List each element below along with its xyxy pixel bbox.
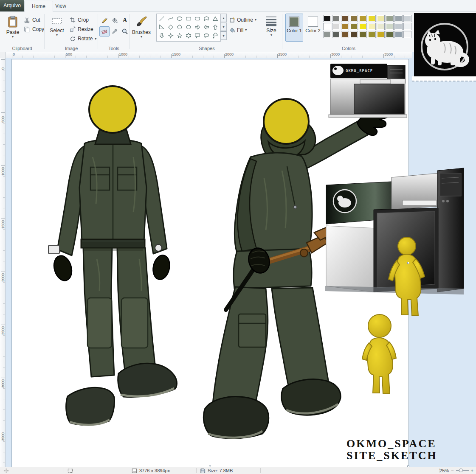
shape-pentagon-icon[interactable] xyxy=(175,23,184,31)
pencil-icon xyxy=(101,17,108,24)
fill-tool-button[interactable] xyxy=(110,15,120,25)
pencil-tool-button[interactable] xyxy=(99,15,110,25)
zoom-controls: 25% − + xyxy=(439,468,476,473)
shapes-gallery-scroll: ▴ ▾ ▾ xyxy=(220,14,227,41)
shape-diamond-icon[interactable] xyxy=(166,23,175,31)
paste-button[interactable]: Paste ▾ xyxy=(3,13,23,46)
palette-color-10[interactable] xyxy=(323,23,331,30)
dropdown-caret: ▾ xyxy=(270,34,272,36)
palette-color-0[interactable] xyxy=(323,15,331,22)
outline-dropdown[interactable]: Outline ▾ xyxy=(229,15,262,24)
shape-rounded-rectangle-icon[interactable] xyxy=(193,14,202,23)
shape-curve-icon[interactable] xyxy=(166,14,175,23)
shape-right-triangle-icon[interactable] xyxy=(157,23,166,31)
palette-color-6[interactable] xyxy=(377,15,385,22)
brush-icon xyxy=(135,15,148,28)
rotate-label: Rotate xyxy=(78,36,93,42)
paste-label: Paste xyxy=(6,29,20,35)
zoom-slider-thumb[interactable] xyxy=(459,468,463,472)
tab-view[interactable]: View xyxy=(48,1,73,11)
shape-oval-icon[interactable] xyxy=(175,14,184,23)
resize-label: Resize xyxy=(78,26,93,32)
palette-color-1[interactable] xyxy=(332,15,340,22)
palette-color-16[interactable] xyxy=(377,23,385,30)
shape-line-icon[interactable] xyxy=(157,14,166,23)
v-ruler-number: 1000 xyxy=(1,167,5,176)
palette-color-26[interactable] xyxy=(377,31,385,38)
rotate-button[interactable]: Rotate ▾ xyxy=(70,34,96,43)
shape-star-five-icon[interactable] xyxy=(175,31,184,40)
brushes-button[interactable]: Brushes ▾ xyxy=(131,13,152,46)
shape-callout-oval-icon[interactable] xyxy=(202,31,211,40)
dropdown-caret: ▾ xyxy=(12,35,14,38)
palette-color-20[interactable] xyxy=(323,31,331,38)
palette-color-18[interactable] xyxy=(394,23,403,30)
zoom-out-button[interactable]: − xyxy=(451,468,453,473)
shape-triangle-icon[interactable] xyxy=(211,14,220,23)
file-menu-button[interactable]: Arquivo xyxy=(0,0,24,11)
palette-color-23[interactable] xyxy=(350,31,358,38)
canvas-size-icon xyxy=(132,468,137,474)
palette-color-12[interactable] xyxy=(341,23,349,30)
shapes-scroll-up-button[interactable]: ▴ xyxy=(220,14,227,22)
palette-color-22[interactable] xyxy=(341,31,349,38)
palette-color-4[interactable] xyxy=(359,15,367,22)
shape-arrow-down-icon[interactable] xyxy=(157,31,166,40)
palette-color-9[interactable] xyxy=(403,15,411,22)
color2-button[interactable]: Color 2 xyxy=(304,14,322,42)
palette-color-17[interactable] xyxy=(386,23,394,30)
canvas-resize-handle-right[interactable] xyxy=(407,262,409,264)
shape-star-four-icon[interactable] xyxy=(166,31,175,40)
shape-arrow-right-icon[interactable] xyxy=(193,23,202,31)
palette-color-2[interactable] xyxy=(341,15,349,22)
eraser-tool-button[interactable] xyxy=(99,26,110,36)
cut-button[interactable]: Cut xyxy=(24,16,40,24)
palette-color-14[interactable] xyxy=(359,23,367,30)
shapes-more-button[interactable]: ▾ xyxy=(220,31,227,40)
shapes-scroll-down-button[interactable]: ▾ xyxy=(220,22,227,31)
text-tool-button[interactable]: A xyxy=(120,15,130,25)
h-ruler-number: 2500 xyxy=(278,52,287,56)
palette-color-5[interactable] xyxy=(368,15,376,22)
palette-color-27[interactable] xyxy=(386,31,394,38)
palette-color-28[interactable] xyxy=(394,31,403,38)
palette-color-11[interactable] xyxy=(332,23,340,30)
palette-color-25[interactable] xyxy=(368,31,376,38)
copy-button[interactable]: Copy xyxy=(24,25,44,34)
file-size-indicator: Size: 7.8MB xyxy=(197,468,260,474)
shape-callout-cloud-icon[interactable] xyxy=(211,31,220,40)
palette-color-15[interactable] xyxy=(368,23,376,30)
color-picker-tool-button[interactable] xyxy=(110,26,120,36)
palette-color-29[interactable] xyxy=(403,31,411,38)
zoom-in-button[interactable]: + xyxy=(471,468,473,473)
palette-color-7[interactable] xyxy=(386,15,394,22)
workspace: 0500100015002000250030003500 05001000150… xyxy=(0,52,476,467)
drawing-canvas[interactable] xyxy=(12,59,408,467)
crop-button[interactable]: Crop xyxy=(70,16,89,24)
shape-hexagon-icon[interactable] xyxy=(184,23,193,31)
shape-polygon-icon[interactable] xyxy=(202,14,211,23)
select-button[interactable]: Select ▾ xyxy=(47,13,67,46)
magnifier-tool-button[interactable] xyxy=(120,26,130,36)
palette-color-19[interactable] xyxy=(403,23,411,30)
palette-color-24[interactable] xyxy=(359,31,367,38)
shape-callout-rectangle-icon[interactable] xyxy=(193,31,202,40)
zoom-slider[interactable] xyxy=(456,470,469,471)
color1-button[interactable]: Color 1 xyxy=(285,14,303,42)
fill-dropdown[interactable]: Fill ▾ xyxy=(229,25,262,34)
palette-color-13[interactable] xyxy=(350,23,358,30)
shape-rectangle-icon[interactable] xyxy=(184,14,193,23)
palette-color-3[interactable] xyxy=(350,15,358,22)
shape-arrow-left-icon[interactable] xyxy=(202,23,211,31)
clipboard-group-label: Clipboard xyxy=(0,46,44,51)
line-size-icon xyxy=(265,15,277,26)
shape-star-six-icon[interactable] xyxy=(184,31,193,40)
palette-color-8[interactable] xyxy=(394,15,403,22)
size-button[interactable]: Size ▾ xyxy=(262,13,281,46)
resize-button[interactable]: Resize xyxy=(70,25,93,34)
cursor-position-indicator xyxy=(0,468,64,474)
outline-label: Outline xyxy=(237,17,253,23)
shape-arrow-up-icon[interactable] xyxy=(211,23,220,31)
dropdown-caret: ▾ xyxy=(56,34,58,36)
palette-color-21[interactable] xyxy=(332,31,340,38)
